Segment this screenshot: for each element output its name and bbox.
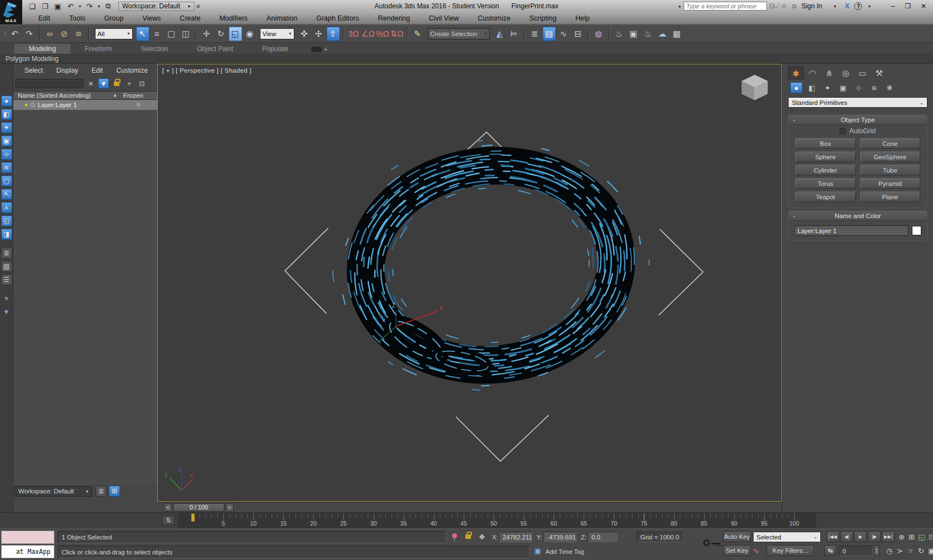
next-frame[interactable]: |▶ (868, 531, 881, 542)
search-input[interactable] (684, 2, 767, 11)
primitive-cylinder-button[interactable]: Cylinder (795, 165, 856, 175)
communication-center[interactable]: ☄ (775, 2, 781, 10)
zoom-all[interactable]: ⊞ (906, 532, 917, 542)
primitive-category-dropdown[interactable]: Standard Primitives ⌄ (788, 97, 927, 108)
explorer-menu-display[interactable]: Display (49, 67, 84, 74)
workspace-selector[interactable]: Workspace: Default ▾ (14, 486, 92, 497)
undo-toolbar[interactable]: ↶ (8, 27, 22, 41)
name-color-rollout-header[interactable]: - Name and Color (789, 211, 927, 221)
previous-frame[interactable]: ◀| (840, 531, 853, 542)
sort-by-layer[interactable]: ≣ (1, 248, 12, 259)
display-cameras[interactable]: ▣ (1, 135, 12, 147)
select-and-manipulate[interactable]: ✢ (312, 27, 325, 41)
maxscript-macro-recorder[interactable] (1, 531, 54, 544)
open-file[interactable]: ❒ (39, 1, 51, 11)
z-coordinate-field[interactable]: 0.0 (588, 532, 618, 542)
filter-toggle[interactable]: ▼ (98, 78, 109, 89)
menu-views[interactable]: Views (133, 12, 170, 24)
maxscript-mini-listener[interactable]: at MaxApp (1, 545, 54, 558)
tab-display[interactable]: ▭ (855, 67, 870, 80)
perspective-viewport[interactable]: [ + ] [ Perspective ] [ Shaded ] Z x y z… (157, 64, 782, 502)
ribbon-tab-freeform[interactable]: Freeform (71, 44, 127, 54)
use-pivot-point-center[interactable]: ✜ (298, 27, 311, 41)
menu-graph-editors[interactable]: Graph Editors (307, 12, 368, 24)
tab-motion[interactable]: ◎ (838, 67, 854, 80)
align[interactable]: ⊨ (508, 27, 521, 41)
unlink-selection[interactable]: ⊘ (58, 27, 71, 41)
tab-create[interactable]: ✱ (788, 67, 804, 80)
spinner-snap-toggle[interactable]: ⇅Ω (390, 27, 404, 41)
layer-manager[interactable]: ≣ (528, 27, 541, 41)
help-icon[interactable]: ? (854, 2, 862, 10)
layer-row[interactable]: ● ⊙ Layer:Layer 1 ✻ (13, 100, 157, 109)
reference-coordinate-dropdown[interactable]: View ▾ (260, 28, 294, 39)
menu-help[interactable]: Help (566, 12, 599, 24)
primitive-torus-button[interactable]: Torus (795, 178, 856, 189)
clear-search[interactable]: ✕ (86, 78, 96, 89)
light-bulb-icon[interactable]: ● (24, 102, 28, 108)
select-by-name[interactable]: ≡ (151, 27, 164, 41)
category-geometry[interactable]: ● (790, 82, 802, 93)
tab-modify[interactable]: ◠ (805, 67, 820, 80)
primitive-sphere-button[interactable]: Sphere (795, 152, 856, 162)
primitive-plane-button[interactable]: Plane (860, 191, 921, 202)
display-geometry[interactable]: ● (1, 95, 12, 107)
workspace-menu-icon[interactable]: ≡ (194, 3, 202, 9)
undo[interactable]: ↶ (65, 1, 76, 11)
save-file[interactable]: ▣ (52, 1, 63, 11)
favorites[interactable]: ☆ (781, 2, 787, 10)
named-selection-sets-dropdown[interactable]: Create Selection Se ▾ (428, 28, 490, 39)
key-step-toggle[interactable]: ↹ (824, 545, 836, 556)
select-and-place[interactable]: ◉ (243, 27, 257, 41)
category-space-warps[interactable]: ≋ (868, 82, 880, 93)
y-coordinate-field[interactable]: -4739.691 (543, 532, 576, 542)
next-frame-button[interactable]: > (225, 503, 234, 512)
add-time-tag-button[interactable]: Add Time Tag (545, 548, 584, 555)
primitive-pyramid-button[interactable]: Pyramid (860, 178, 921, 189)
exchange-apps-icon[interactable]: Χ (842, 2, 852, 10)
menu-tools[interactable]: Tools (60, 12, 95, 24)
time-tag-icon[interactable]: ▣ (534, 547, 541, 555)
filter-display[interactable]: ▼ (1, 293, 12, 304)
select-and-scale[interactable]: ◱ (229, 27, 242, 41)
menu-scripting[interactable]: Scripting (520, 12, 566, 24)
viewport-label[interactable]: [ + ] [ Perspective ] [ Shaded ] (162, 67, 252, 74)
display-shapes[interactable]: ◧ (1, 109, 12, 120)
display-xrefs[interactable]: ⇱ (1, 189, 12, 200)
go-to-start[interactable]: |◀◀ (826, 531, 839, 542)
column-header-frozen[interactable]: Frozen (119, 92, 157, 99)
angle-snap-toggle[interactable]: ∠Ω (362, 27, 375, 41)
field-of-view[interactable]: ≻ (895, 546, 905, 556)
restore-window[interactable]: ❐ (905, 2, 911, 10)
category-shapes[interactable]: ◧ (806, 82, 818, 93)
frame-spinner[interactable]: ▲▼ (874, 545, 880, 556)
material-editor[interactable]: ◍ (592, 27, 605, 41)
object-name-field[interactable]: Layer:Layer 1 (794, 225, 909, 236)
new-key-tangent-icon[interactable]: ∿ (753, 547, 759, 555)
schematic-view[interactable]: ⊟ (571, 27, 585, 41)
render-production[interactable]: ♨ (641, 27, 655, 41)
tab-hierarchy[interactable]: ⋔ (821, 67, 837, 80)
primitive-cone-button[interactable]: Cone (860, 138, 921, 149)
pan-view[interactable]: ☞ (905, 546, 916, 556)
category-cameras[interactable]: ▣ (837, 82, 849, 93)
x-coordinate-field[interactable]: 24782.211 (499, 532, 532, 542)
menu-customize[interactable]: Customize (468, 12, 520, 24)
set-key-mode-icon[interactable] (703, 537, 722, 551)
redo-dropdown[interactable]: ▾ (97, 1, 101, 11)
select-object[interactable]: ↖ (136, 27, 149, 41)
menu-rendering[interactable]: Rendering (369, 12, 420, 24)
search-go-icon[interactable]: ▸ (679, 3, 681, 9)
display-materials[interactable]: ◨ (1, 229, 12, 240)
primitive-tube-button[interactable]: Tube (860, 165, 921, 175)
ribbon-tab-object-paint[interactable]: Object Paint (183, 44, 248, 54)
display-lights[interactable]: ✦ (1, 122, 12, 133)
redo-toolbar[interactable]: ↷ (23, 27, 36, 41)
explorer-empty-area[interactable] (13, 110, 157, 485)
timeline-ruler[interactable]: 5101520253035404550556065707580859095100 (178, 513, 816, 529)
display-groups[interactable]: ▢ (1, 175, 12, 186)
help-dropdown-icon[interactable]: ▾ (864, 4, 874, 9)
snaps-toggle-3d[interactable]: 3Ω (347, 27, 360, 41)
window-crossing-toggle[interactable]: ◫ (179, 27, 193, 41)
explorer-menu-edit[interactable]: Edit (85, 67, 110, 74)
